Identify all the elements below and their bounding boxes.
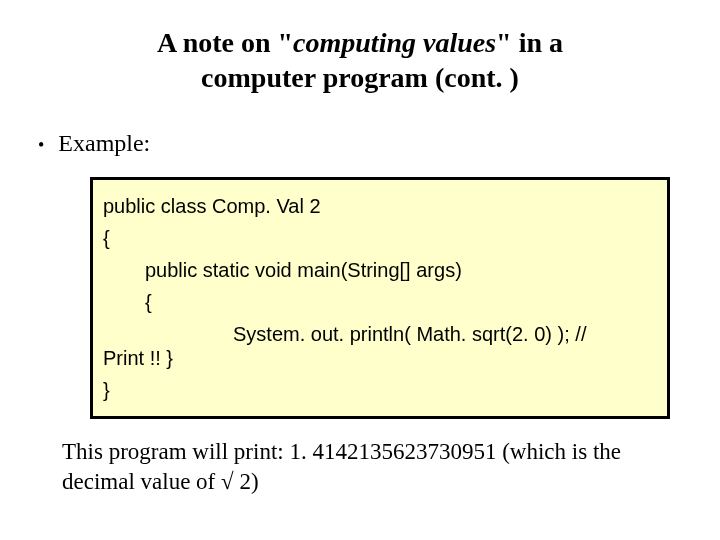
footer-text: This program will print: 1. 414213562373… (30, 437, 690, 497)
bullet-row: • Example: (30, 130, 690, 157)
bullet-dot: • (38, 135, 44, 156)
code-line-5a: System. out. println( Math. sqrt(2. 0) )… (103, 322, 657, 346)
footer-value: 1. 4142135623730951 (289, 439, 496, 464)
footer-sqrt: √ 2 (221, 469, 251, 494)
title-italic: computing values (293, 27, 496, 58)
code-line-2: { (103, 226, 657, 250)
code-line-3: public static void main(String[] args) (103, 258, 657, 282)
title-line2: computer program (cont. ) (201, 62, 519, 93)
title-pre: A note on " (157, 27, 293, 58)
code-line-4: { (103, 290, 657, 314)
code-line-5b: Print !! } (103, 346, 657, 370)
bullet-label: Example: (58, 130, 150, 157)
slide-title: A note on "computing values" in a comput… (30, 25, 690, 95)
footer-pre: This program will print: (62, 439, 289, 464)
code-line-1: public class Comp. Val 2 (103, 194, 657, 218)
code-box: public class Comp. Val 2 { public static… (90, 177, 670, 419)
code-line-6: } (103, 378, 657, 402)
code-line-5: System. out. println( Math. sqrt(2. 0) )… (103, 322, 657, 370)
title-post: " in a (496, 27, 563, 58)
footer-end: ) (251, 469, 259, 494)
